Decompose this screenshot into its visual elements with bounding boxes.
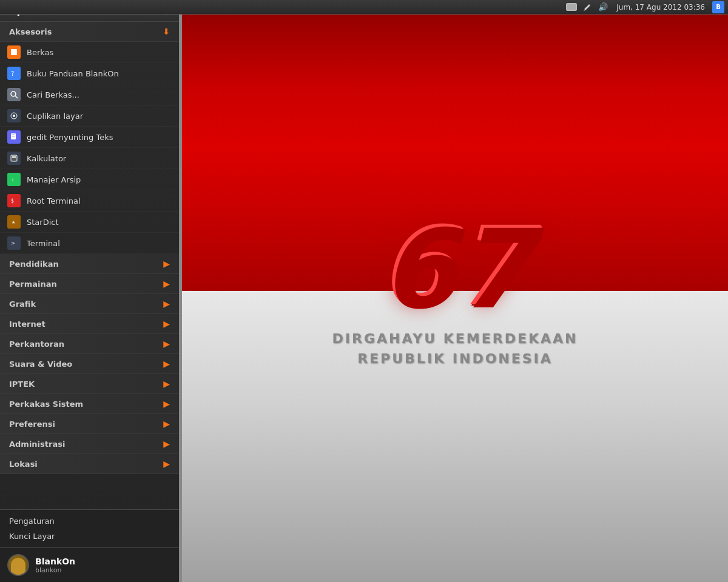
category-aksesoris-arrow: ⬇	[163, 27, 170, 36]
manajer-icon: i	[7, 173, 21, 186]
iptek-label: IPTEK	[9, 380, 35, 389]
perkakas-sistem-arrow: ▶	[163, 399, 170, 409]
independence-number: 67	[332, 213, 578, 323]
category-pendidikan[interactable]: Pendidikan ▶	[0, 254, 179, 274]
svg-rect-10	[12, 156, 16, 158]
suara-video-label: Suara & Video	[9, 360, 72, 369]
svg-rect-8	[12, 136, 15, 136]
wallpaper: 67 DIRGAHAYU KEMERDEKAAN REPUBLIK INDONE…	[182, 0, 728, 582]
menu-item-terminal[interactable]: > Terminal	[0, 233, 179, 254]
edit-icon[interactable]	[581, 1, 593, 13]
perkakas-sistem-label: Perkakas Sistem	[9, 400, 83, 409]
pendidikan-label: Pendidikan	[9, 259, 59, 269]
root-terminal-label: Root Terminal	[27, 196, 81, 206]
svg-line-3	[15, 96, 18, 98]
cuplikan-icon	[7, 109, 21, 122]
bottom-actions: Pengaturan Kunci Layar	[0, 509, 179, 547]
permainan-arrow: ▶	[163, 279, 170, 289]
user-info: BlankOn blankon	[35, 557, 75, 574]
app-menu: Aplikasi ▽ Aksesoris ⬇ Berkas ? Buku Pan…	[0, 0, 179, 582]
category-internet[interactable]: Internet ▶	[0, 314, 179, 334]
gedit-icon	[7, 130, 21, 144]
menu-item-cari-berkas[interactable]: Cari Berkas...	[0, 84, 179, 105]
suara-video-arrow: ▶	[163, 359, 170, 369]
menu-item-stardict[interactable]: ★ StarDict	[0, 212, 179, 233]
pengaturan-action[interactable]: Pengaturan	[9, 513, 170, 529]
perkantoran-label: Perkantoran	[9, 340, 64, 349]
svg-text:i: i	[12, 178, 13, 182]
category-lokasi[interactable]: Lokasi ▶	[0, 454, 179, 474]
terminal-icon: >	[7, 236, 21, 250]
cari-berkas-label: Cari Berkas...	[27, 90, 79, 99]
svg-rect-7	[12, 135, 15, 135]
administrasi-arrow: ▶	[163, 439, 170, 449]
blankon-icon[interactable]: B	[712, 1, 724, 13]
manajer-arsip-label: Manajer Arsip	[27, 175, 81, 184]
svg-text:$: $	[11, 198, 14, 204]
internet-label: Internet	[9, 319, 46, 329]
menu-item-gedit[interactable]: gedit Penyunting Teks	[0, 127, 179, 148]
root-terminal-icon: $	[7, 194, 21, 207]
category-iptek[interactable]: IPTEK ▶	[0, 374, 179, 394]
svg-point-2	[11, 92, 16, 96]
user-area[interactable]: BlankOn blankon	[0, 547, 179, 582]
datetime-display[interactable]: Jum, 17 Agu 2012 03:36	[613, 3, 709, 12]
lokasi-label: Lokasi	[9, 460, 38, 469]
category-aksesoris[interactable]: Aksesoris ⬇	[0, 22, 179, 42]
berkas-icon	[7, 45, 21, 59]
iptek-arrow: ▶	[163, 379, 170, 389]
menu-item-manajer-arsip[interactable]: i Manajer Arsip	[0, 169, 179, 190]
svg-text:?: ?	[11, 70, 14, 77]
gedit-label: gedit Penyunting Teks	[27, 133, 113, 142]
menu-item-root-terminal[interactable]: $ Root Terminal	[0, 190, 179, 212]
preferensi-label: Preferensi	[9, 420, 55, 429]
menu-scroll-area[interactable]: Aksesoris ⬇ Berkas ? Buku Panduan BlankO…	[0, 22, 179, 509]
svg-rect-0	[11, 49, 17, 55]
preferensi-arrow: ▶	[163, 419, 170, 429]
svg-rect-9	[11, 155, 17, 161]
svg-rect-11	[10, 177, 18, 182]
category-grafik[interactable]: Grafik ▶	[0, 294, 179, 314]
berkas-label: Berkas	[27, 48, 53, 57]
kalkulator-icon	[7, 152, 21, 165]
internet-arrow: ▶	[163, 319, 170, 329]
category-aksesoris-label: Aksesoris	[9, 27, 52, 36]
svg-text:★: ★	[12, 220, 15, 225]
user-avatar	[7, 554, 29, 576]
user-login-name: blankon	[35, 566, 75, 574]
menu-item-berkas[interactable]: Berkas	[0, 42, 179, 63]
lokasi-arrow: ▶	[163, 459, 170, 469]
cuplikan-label: Cuplikan layar	[27, 112, 83, 121]
keyboard-layout-icon[interactable]	[565, 1, 578, 13]
independence-subtitle: DIRGAHAYU KEMERDEKAAN REPUBLIK INDONESIA	[332, 329, 578, 369]
stardict-label: StarDict	[27, 218, 59, 227]
category-perkakas-sistem[interactable]: Perkakas Sistem ▶	[0, 394, 179, 414]
volume-icon[interactable]: 🔊	[597, 1, 609, 13]
perkantoran-arrow: ▶	[163, 339, 170, 349]
svg-text:>: >	[11, 241, 15, 246]
kunci-layar-action[interactable]: Kunci Layar	[9, 529, 170, 544]
avatar-figure	[11, 558, 25, 575]
category-suara-video[interactable]: Suara & Video ▶	[0, 354, 179, 374]
category-permainan[interactable]: Permainan ▶	[0, 274, 179, 294]
menu-item-kalkulator[interactable]: Kalkulator	[0, 148, 179, 169]
stardict-icon: ★	[7, 215, 21, 229]
category-perkantoran[interactable]: Perkantoran ▶	[0, 334, 179, 354]
permainan-label: Permainan	[9, 279, 57, 289]
grafik-arrow: ▶	[163, 299, 170, 309]
menu-item-cuplikan[interactable]: Cuplikan layar	[0, 105, 179, 127]
buku-icon: ?	[7, 67, 21, 80]
menu-item-buku-panduan[interactable]: ? Buku Panduan BlankOn	[0, 63, 179, 84]
flag-number-overlay: 67 DIRGAHAYU KEMERDEKAAN REPUBLIK INDONE…	[332, 213, 578, 369]
pendidikan-arrow: ▶	[163, 259, 170, 269]
user-display-name: BlankOn	[35, 557, 75, 566]
desktop: 🔊 Jum, 17 Agu 2012 03:36 B 67 DIRGAHAYU …	[0, 0, 728, 582]
category-preferensi[interactable]: Preferensi ▶	[0, 414, 179, 434]
administrasi-label: Administrasi	[9, 440, 65, 449]
top-panel: 🔊 Jum, 17 Agu 2012 03:36 B	[0, 0, 728, 15]
category-administrasi[interactable]: Administrasi ▶	[0, 434, 179, 454]
kalkulator-label: Kalkulator	[27, 154, 66, 163]
buku-panduan-label: Buku Panduan BlankOn	[27, 69, 119, 78]
terminal-label: Terminal	[27, 239, 60, 248]
cari-icon	[7, 88, 21, 101]
